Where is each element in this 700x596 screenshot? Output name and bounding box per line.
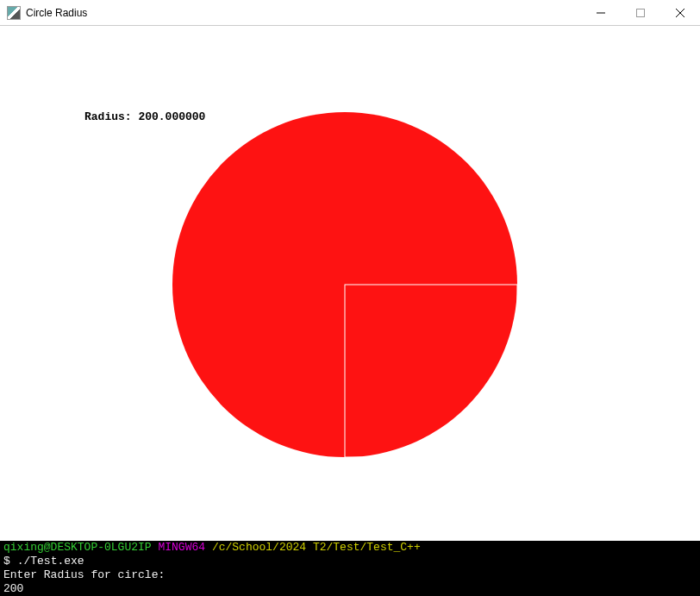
close-button[interactable] xyxy=(660,0,700,25)
svg-rect-1 xyxy=(637,9,645,16)
app-window: Circle Radius Radius: 200.000000 xyxy=(0,0,700,541)
terminal-cwd: /c/School/2024 T2/Test/Test_C++ xyxy=(212,541,421,554)
terminal-command: ./Test.exe xyxy=(17,555,84,568)
circle-drawing xyxy=(172,112,517,457)
minimize-button[interactable] xyxy=(581,0,621,25)
terminal-shell: MINGW64 xyxy=(158,541,205,554)
terminal-prompt-symbol: $ xyxy=(3,555,10,568)
canvas-area: Radius: 200.000000 xyxy=(0,26,700,541)
window-title: Circle Radius xyxy=(26,7,581,19)
window-controls xyxy=(581,0,700,25)
terminal-input-value: 200 xyxy=(3,582,23,595)
terminal[interactable]: qixing@DESKTOP-0LGU2IP MINGW64 /c/School… xyxy=(0,541,700,596)
maximize-button[interactable] xyxy=(621,0,660,25)
close-icon xyxy=(676,9,684,17)
titlebar: Circle Radius xyxy=(0,0,700,26)
maximize-icon xyxy=(636,9,645,17)
terminal-user-host: qixing@DESKTOP-0LGU2IP xyxy=(3,541,152,554)
minimize-icon xyxy=(597,9,605,17)
app-icon xyxy=(7,6,21,20)
terminal-output-line: Enter Radius for circle: xyxy=(3,568,165,581)
